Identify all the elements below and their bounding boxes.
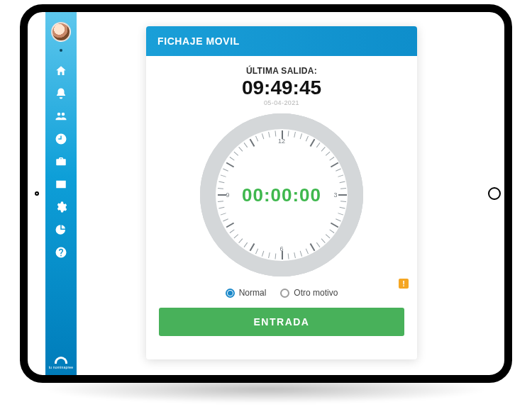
brand-text: tu nominapree (49, 365, 74, 369)
elapsed-time: 00:00:00 (242, 184, 321, 206)
main: FICHAJE MOVIL ÚLTIMA SALIDA: 09:49:45 05… (77, 12, 487, 375)
radio-other[interactable]: Otro motivo (280, 288, 338, 298)
sidebar-item-reports[interactable] (55, 223, 67, 236)
status-dot (60, 49, 62, 52)
sidebar-item-time[interactable] (55, 133, 67, 145)
avatar[interactable] (51, 22, 71, 42)
sidebar-item-help[interactable] (55, 246, 67, 259)
radio-normal-indicator (226, 289, 235, 298)
warning-badge[interactable]: ! (399, 279, 409, 289)
briefcase-icon (55, 155, 67, 168)
piechart-icon (55, 223, 67, 236)
last-exit-label: ÚLTIMA SALIDA: (246, 66, 317, 76)
screen: tu nominapree FICHAJE MOVIL ÚLTIMA SALID… (45, 12, 487, 375)
card-title: FICHAJE MOVIL (146, 26, 417, 56)
bell-icon (55, 87, 67, 100)
clock-number-12: 12 (278, 138, 285, 145)
card-body: ÚLTIMA SALIDA: 09:49:45 05-04-2021 12 3 … (146, 56, 417, 359)
clock-number-3: 3 (333, 191, 337, 199)
idcard-icon (55, 178, 67, 191)
brand: tu nominapree (45, 357, 77, 369)
sidebar-item-team[interactable] (55, 110, 67, 123)
clock-icon (55, 133, 67, 145)
sidebar-item-profile[interactable] (55, 178, 67, 191)
tablet-home-button[interactable] (488, 187, 501, 200)
radio-normal[interactable]: Normal (226, 288, 267, 298)
gear-icon (55, 201, 67, 213)
entry-button[interactable]: ENTRADA (159, 308, 404, 336)
sidebar-item-home[interactable] (55, 65, 67, 77)
clock-card: FICHAJE MOVIL ÚLTIMA SALIDA: 09:49:45 05… (146, 26, 417, 359)
radio-other-label: Otro motivo (294, 288, 338, 298)
sidebar: tu nominapree (45, 12, 77, 375)
clock-number-9: 9 (226, 191, 230, 199)
help-icon (55, 246, 67, 259)
sidebar-item-settings[interactable] (55, 201, 67, 213)
sidebar-item-briefcase[interactable] (55, 155, 67, 168)
tablet-frame: tu nominapree FICHAJE MOVIL ÚLTIMA SALID… (20, 4, 512, 383)
clock-number-6: 6 (279, 245, 283, 252)
radio-normal-label: Normal (239, 288, 267, 298)
clock: 12 3 6 9 00:00:00 (200, 113, 363, 276)
reason-radio-group: Normal Otro motivo (226, 288, 338, 298)
sidebar-item-alerts[interactable] (55, 87, 67, 100)
radio-other-indicator (280, 289, 289, 298)
last-exit-date: 05-04-2021 (264, 99, 299, 106)
people-icon (55, 110, 67, 123)
home-icon (55, 65, 67, 77)
last-exit-time: 09:49:45 (242, 77, 321, 98)
tablet-camera (35, 191, 39, 196)
brand-logo-icon (55, 357, 67, 364)
